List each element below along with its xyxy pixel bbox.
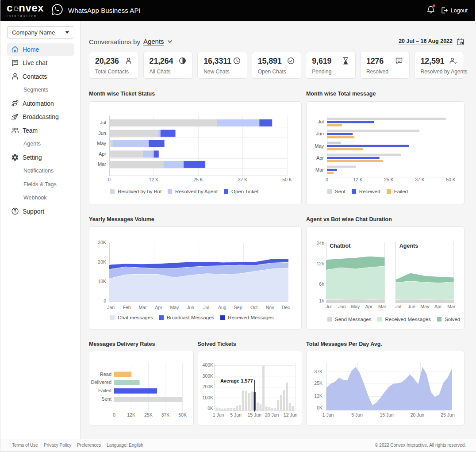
- sidebar-nav: HomeLive chatContactsSegmentsAutomationB…: [0, 42, 80, 218]
- svg-text:12K: 12K: [127, 412, 135, 418]
- svg-text:25K: 25K: [314, 380, 322, 386]
- legend-label: Resolved by by Bot: [118, 189, 161, 194]
- footer-link-privacy[interactable]: Privacy Policy: [44, 443, 71, 448]
- person-icon: [11, 73, 19, 80]
- svg-text:Mar: Mar: [447, 304, 456, 309]
- legend-item-broadcast-messages: Broadcast Messages: [159, 315, 214, 320]
- footer-link-preferences[interactable]: Preferences: [77, 443, 101, 448]
- main-content: Conversations by Agents 20 Jul – 16 Aug …: [81, 21, 476, 439]
- date-range-value[interactable]: 20 Jul – 16 Aug 2022: [399, 38, 453, 45]
- svg-text:12h: 12h: [316, 261, 324, 266]
- sidebar-item-webhook[interactable]: Webhook: [7, 192, 74, 204]
- automation-icon: [11, 100, 19, 107]
- sidebar-item-label: Team: [23, 127, 38, 134]
- legend-swatch: [437, 317, 441, 322]
- ticket-status-legend: Resolved by by BotResolved by AgentOpen …: [110, 189, 265, 194]
- yearly-volume-legend: Chat messagesBroadcast MessagesReceived …: [110, 315, 280, 320]
- footer-language[interactable]: Language: English: [107, 443, 143, 448]
- svg-text:Dec: Dec: [282, 305, 290, 310]
- sidebar-item-label: Live chat: [23, 59, 47, 66]
- legend-item-chat-messages: Chat messages: [110, 315, 153, 320]
- legend-swatch: [224, 189, 228, 194]
- sidebar-item-fields-tags[interactable]: Fields & Tags: [7, 178, 74, 191]
- legend-item-solved: Solved: [437, 317, 460, 322]
- user-check-icon: [449, 57, 457, 66]
- sidebar-item-segments[interactable]: Segments: [7, 84, 74, 96]
- home-icon: [11, 46, 19, 54]
- convex-logo-o-icon: [13, 4, 19, 13]
- sidebar-item-label: Setting: [23, 154, 42, 161]
- notifications-bell-button[interactable]: [427, 5, 435, 15]
- legend-swatch: [159, 315, 164, 320]
- svg-text:0K: 0K: [207, 406, 213, 411]
- svg-text:12 K: 12 K: [353, 177, 363, 182]
- svg-text:Mar: Mar: [139, 305, 147, 310]
- svg-text:Jun: Jun: [98, 130, 106, 136]
- conversations-by-value[interactable]: Agents: [143, 38, 164, 46]
- section-yearly-volume: Yearly Messages Volume 010K20K30KJanFebM…: [89, 216, 302, 329]
- chart-title-ticket-status: Month wise Ticket Status: [89, 91, 302, 97]
- sidebar-item-label: Broadcasting: [23, 113, 59, 120]
- chart-title-yearly-volume: Yearly Messages Volume: [89, 216, 302, 222]
- legend-swatch: [327, 189, 332, 194]
- sidebar-item-broadcasting[interactable]: Broadcasting: [7, 111, 74, 123]
- company-select[interactable]: Company Name: [7, 26, 74, 38]
- stat-card-new-chats: 16,3311 New Chats: [197, 52, 247, 79]
- sidebar-item-notifications[interactable]: Notifications: [7, 165, 74, 177]
- svg-text:25 K: 25 K: [384, 177, 394, 182]
- notification-badge-dot: [433, 4, 435, 7]
- svg-text:Mar: Mar: [98, 161, 106, 167]
- sidebar-item-agents[interactable]: Agents: [7, 138, 74, 150]
- sidebar-item-setting[interactable]: Setting: [7, 151, 74, 164]
- stat-value: 21,264: [150, 57, 173, 66]
- svg-text:30K: 30K: [98, 240, 106, 245]
- chevron-down-icon[interactable]: [167, 40, 173, 43]
- svg-text:Jun: Jun: [408, 304, 415, 309]
- svg-text:0: 0: [113, 412, 115, 418]
- legend-label: Failed: [394, 189, 408, 194]
- sidebar-item-support[interactable]: Support: [7, 205, 74, 218]
- legend-label: Send Messages: [335, 317, 371, 322]
- svg-text:Agents: Agents: [399, 243, 418, 249]
- calendar-icon[interactable]: [457, 38, 464, 46]
- logout-label: Logout: [451, 8, 468, 14]
- stat-label: Open Chats: [258, 69, 286, 75]
- legend-label: Chat messages: [118, 315, 153, 320]
- sidebar-item-team[interactable]: Team: [7, 124, 74, 137]
- legend-item-sent: Sent: [327, 189, 345, 194]
- svg-text:6h: 6h: [319, 281, 324, 287]
- legend-swatch: [377, 317, 382, 322]
- footer-link-terms[interactable]: Terms of Use: [12, 443, 38, 448]
- legend-label: Received: [359, 189, 380, 194]
- legend-swatch: [352, 189, 356, 194]
- total-message-chart: 012 K25 K37 K50 KJulJunMayAprMar: [307, 102, 464, 187]
- svg-text:Apr: Apr: [99, 151, 106, 157]
- sidebar-item-contacts[interactable]: Contacts: [7, 70, 74, 83]
- legend-label: Sent: [335, 189, 345, 194]
- sidebar-item-home[interactable]: Home: [7, 43, 74, 56]
- svg-text:Apr: Apr: [365, 304, 373, 309]
- logout-icon: [441, 7, 448, 14]
- sidebar-item-label: Contacts: [23, 73, 47, 80]
- sidebar-item-label: Agents: [23, 141, 41, 147]
- logout-button[interactable]: Logout: [441, 7, 468, 14]
- svg-text:Read: Read: [100, 372, 111, 377]
- legend-item-resolved-by-agent: Resolved by Agent: [168, 189, 218, 194]
- whatsapp-icon: [51, 3, 64, 18]
- svg-text:24h: 24h: [316, 241, 324, 246]
- convex-logo-wordmark: cnvex: [7, 2, 44, 14]
- sidebar-item-live-chat[interactable]: Live chat: [7, 57, 74, 69]
- svg-text:20K: 20K: [98, 259, 106, 264]
- convex-logo[interactable]: cnvex interactive: [7, 2, 44, 19]
- sidebar-item-automation[interactable]: Automation: [7, 97, 74, 110]
- ticket-status-chart: 012 K25 K37 K50 KJulJunMayAprMar: [89, 102, 301, 187]
- svg-text:Mar: Mar: [315, 167, 324, 172]
- svg-text:1 Jun: 1 Jun: [212, 412, 224, 418]
- svg-text:25 K: 25 K: [193, 177, 203, 182]
- section-delivery-rates: Messages Delivery Rates 012K25K37K50KRea…: [89, 341, 194, 425]
- legend-swatch: [110, 189, 115, 194]
- date-range-picker: 20 Jul – 16 Aug 2022: [399, 38, 464, 46]
- svg-text:50K: 50K: [178, 412, 187, 418]
- app-title: WhatsApp Business API: [68, 7, 141, 14]
- svg-text:Failed: Failed: [98, 388, 111, 393]
